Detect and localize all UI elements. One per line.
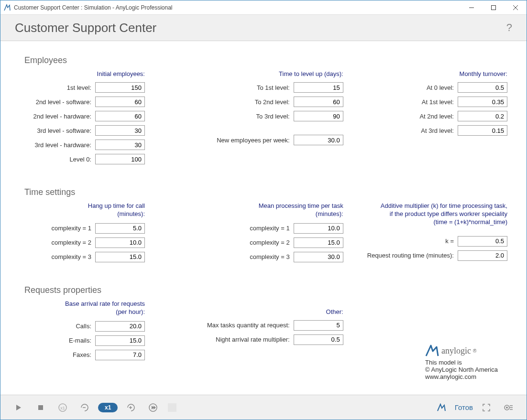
meanproc-c3-input[interactable] — [294, 252, 343, 262]
label: To 3rd level: — [256, 113, 290, 120]
faxes-input[interactable] — [95, 350, 145, 360]
second-hardware-input[interactable] — [95, 111, 145, 121]
credits-line3: www.anylogic.com — [425, 373, 498, 380]
speed-indicator[interactable]: x1 — [98, 403, 118, 412]
label: Calls: — [76, 323, 91, 330]
speed-1x-button[interactable]: x1 — [54, 400, 71, 415]
settings-button[interactable] — [500, 400, 517, 415]
label: At 0 level: — [427, 84, 454, 91]
night-multiplier-input[interactable] — [294, 334, 343, 345]
meanproc-c1-input[interactable] — [294, 223, 343, 234]
label: Request routing time (minutes): — [367, 252, 454, 259]
calls-input[interactable] — [95, 321, 145, 332]
svg-rect-5 — [38, 405, 43, 410]
stop-button[interactable] — [32, 400, 49, 415]
label: Level 0: — [69, 156, 91, 163]
play-button[interactable] — [10, 400, 27, 415]
label: Night arrival rate multiplier: — [216, 336, 290, 343]
svg-point-15 — [506, 407, 508, 409]
label: 2nd level - hardware: — [33, 113, 91, 120]
other-header: Other: — [205, 308, 343, 315]
progress-slot — [166, 400, 178, 415]
meanproc-c2-input[interactable] — [294, 237, 343, 248]
section-time: Time settings — [24, 187, 527, 197]
svg-text:x1: x1 — [60, 406, 65, 410]
label: complexity = 2 — [52, 239, 91, 246]
label: complexity = 3 — [250, 253, 289, 260]
to-first-level-input[interactable] — [294, 82, 343, 93]
turnover-2-input[interactable] — [458, 111, 507, 121]
turnover-1-input[interactable] — [458, 97, 507, 107]
employees-columns: Initial employees: 1st level: 2nd level … — [0, 70, 527, 168]
credits: anylogic® This model is © AnyLogic North… — [425, 345, 498, 380]
section-employees: Employees — [24, 55, 527, 65]
label: E-mails: — [69, 337, 91, 344]
label: At 3rd level: — [421, 127, 454, 134]
turnover-header: Monthly turnover: — [347, 70, 507, 77]
third-software-input[interactable] — [95, 125, 145, 136]
svg-marker-13 — [154, 406, 156, 409]
window-title: Customer Support Center : Simulation - A… — [14, 4, 461, 11]
hangup-c2-input[interactable] — [95, 237, 145, 248]
label: complexity = 3 — [52, 253, 91, 260]
routing-time-input[interactable] — [458, 250, 507, 261]
label: k = — [445, 237, 454, 245]
arrival-header: Base arrival rate for requests(per hour)… — [15, 300, 145, 316]
level-zero-input[interactable] — [95, 154, 145, 164]
label: At 1st level: — [422, 98, 454, 106]
label: 3rd level - software: — [37, 127, 91, 134]
footer-toolbar: x1 x1 Готов — [0, 395, 527, 420]
second-software-input[interactable] — [95, 97, 145, 107]
section-requests: Requests properties — [24, 285, 527, 295]
label: 1st level: — [67, 84, 91, 91]
svg-rect-1 — [492, 5, 496, 10]
meanproc-header: Mean processing time per task(minutes): — [205, 202, 343, 218]
slowdown-button[interactable] — [76, 400, 93, 415]
hangup-c3-input[interactable] — [95, 252, 145, 262]
time-columns: Hang up time for call(minutes): complexi… — [0, 202, 527, 266]
turnover-3-input[interactable] — [458, 125, 507, 136]
hangup-header: Hang up time for call(minutes): — [15, 202, 145, 218]
header: Customer Support Center ? — [0, 15, 527, 41]
minimize-button[interactable] — [461, 0, 483, 15]
label: Faxes: — [73, 351, 91, 358]
label: 2nd level - software: — [36, 98, 91, 106]
credits-line1: This model is — [425, 359, 498, 366]
max-tasks-input[interactable] — [294, 320, 343, 331]
label: complexity = 1 — [250, 225, 289, 232]
label: complexity = 2 — [250, 239, 289, 246]
svg-marker-4 — [16, 405, 21, 410]
label: New employees per week: — [217, 137, 289, 144]
status-text: Готов — [455, 403, 473, 411]
label: To 1st level: — [257, 84, 290, 91]
third-hardware-input[interactable] — [95, 140, 145, 150]
new-employees-input[interactable] — [294, 135, 343, 145]
brand-text: anylogic — [441, 346, 471, 356]
hangup-c1-input[interactable] — [95, 223, 145, 234]
to-third-level-input[interactable] — [294, 111, 343, 121]
maximize-button[interactable] — [483, 0, 505, 15]
app-icon — [3, 4, 11, 11]
levelup-header: Time to level up (days): — [205, 70, 343, 77]
label: Max tasks quantity at request: — [207, 322, 290, 329]
anylogic-icon[interactable] — [433, 400, 450, 415]
help-icon[interactable]: ? — [506, 22, 512, 34]
window-titlebar: Customer Support Center : Simulation - A… — [0, 0, 527, 15]
label: At 2nd level: — [419, 113, 454, 120]
close-button[interactable] — [505, 0, 527, 15]
to-second-level-input[interactable] — [294, 97, 343, 107]
fullscreen-button[interactable] — [478, 400, 495, 415]
speedup-button[interactable] — [122, 400, 140, 415]
content-area: Employees Initial employees: 1st level: … — [0, 41, 527, 395]
fast-forward-button[interactable] — [144, 400, 162, 415]
emails-input[interactable] — [95, 335, 145, 346]
page-title: Customer Support Center — [15, 21, 506, 35]
first-level-input[interactable] — [95, 82, 145, 93]
credits-line2: © AnyLogic North America — [425, 366, 498, 373]
k-input[interactable] — [458, 236, 507, 247]
label: To 2nd level: — [255, 98, 290, 106]
initial-employees-header: Initial employees: — [15, 70, 145, 77]
label: 3rd level - hardware: — [35, 141, 92, 149]
additive-header: Additive multiplier (k) for time process… — [347, 202, 507, 226]
turnover-0-input[interactable] — [458, 82, 507, 93]
